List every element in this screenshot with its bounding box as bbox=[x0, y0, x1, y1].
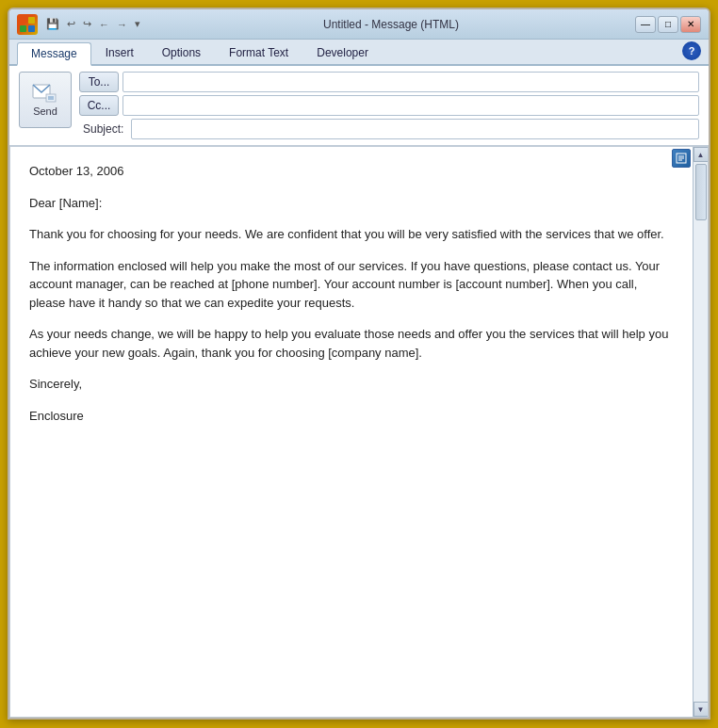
cc-row: Cc... bbox=[79, 95, 699, 116]
window-title: Untitled - Message (HTML) bbox=[147, 18, 635, 31]
email-footer: Enclosure bbox=[29, 407, 674, 426]
corner-icon-svg bbox=[676, 153, 687, 164]
email-paragraph2: The information enclosed will help you m… bbox=[29, 257, 674, 313]
ribbon-tabs: Message Insert Options Format Text Devel… bbox=[9, 40, 709, 66]
email-paragraph1: Thank you for choosing for your needs. W… bbox=[29, 225, 674, 244]
maximize-button[interactable]: □ bbox=[658, 16, 678, 33]
tab-insert[interactable]: Insert bbox=[91, 41, 148, 64]
scrollbar: ▲ ▼ bbox=[693, 147, 708, 717]
forward-icon[interactable]: → bbox=[114, 18, 130, 31]
subject-row: Subject: bbox=[79, 119, 699, 139]
tab-format-text[interactable]: Format Text bbox=[215, 41, 302, 64]
svg-rect-2 bbox=[20, 25, 26, 32]
to-button[interactable]: To... bbox=[79, 72, 119, 92]
redo-icon[interactable]: ↪ bbox=[80, 17, 94, 31]
email-closing: Sincerely, bbox=[29, 375, 674, 394]
title-bar: 💾 ↩ ↪ ← → ▾ Untitled - Message (HTML) — … bbox=[9, 9, 709, 40]
scroll-down-button[interactable]: ▼ bbox=[694, 702, 709, 717]
to-row: To... bbox=[79, 72, 699, 92]
subject-label: Subject: bbox=[79, 122, 127, 136]
back-icon[interactable]: ← bbox=[96, 18, 112, 31]
format-options-icon[interactable] bbox=[672, 149, 691, 168]
app-logo bbox=[17, 14, 38, 35]
save-icon[interactable]: 💾 bbox=[43, 17, 62, 31]
cc-button[interactable]: Cc... bbox=[79, 95, 119, 116]
undo-icon[interactable]: ↩ bbox=[64, 17, 78, 31]
svg-rect-1 bbox=[28, 17, 35, 24]
svg-rect-3 bbox=[28, 25, 35, 32]
window-controls: — □ ✕ bbox=[635, 16, 701, 33]
help-button[interactable]: ? bbox=[682, 41, 701, 60]
dropdown-icon[interactable]: ▾ bbox=[132, 17, 143, 31]
tab-developer[interactable]: Developer bbox=[302, 41, 383, 64]
email-date: October 13, 2006 bbox=[29, 162, 674, 181]
close-button[interactable]: ✕ bbox=[680, 16, 701, 33]
tab-options[interactable]: Options bbox=[148, 41, 215, 64]
to-input[interactable] bbox=[122, 72, 699, 92]
email-paragraph3: As your needs change, we will be happy t… bbox=[29, 325, 674, 362]
quick-access-toolbar: 💾 ↩ ↪ ← → ▾ bbox=[43, 17, 143, 31]
tab-message[interactable]: Message bbox=[17, 42, 91, 66]
send-label: Send bbox=[33, 105, 57, 117]
email-body[interactable]: October 13, 2006 Dear [Name]: Thank you … bbox=[10, 147, 693, 717]
header-fields: To... Cc... Subject: bbox=[79, 72, 699, 139]
scroll-up-button[interactable]: ▲ bbox=[694, 147, 709, 162]
compose-body-wrapper: October 13, 2006 Dear [Name]: Thank you … bbox=[9, 146, 709, 718]
email-greeting: Dear [Name]: bbox=[29, 194, 674, 213]
scroll-thumb[interactable] bbox=[695, 164, 707, 220]
svg-rect-5 bbox=[46, 94, 56, 102]
compose-header: Send To... Cc... Subject: bbox=[9, 66, 709, 146]
subject-input[interactable] bbox=[131, 119, 699, 139]
send-icon bbox=[32, 83, 58, 104]
cc-input[interactable] bbox=[122, 95, 699, 116]
svg-rect-0 bbox=[20, 17, 26, 24]
minimize-button[interactable]: — bbox=[635, 16, 656, 33]
send-button[interactable]: Send bbox=[19, 72, 72, 128]
